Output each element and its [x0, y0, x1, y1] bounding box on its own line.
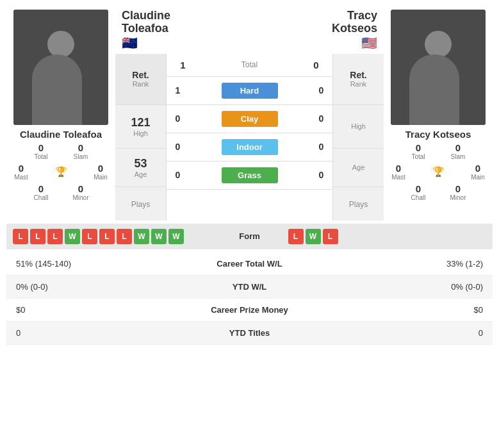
grass-surface-row: 0 Grass 0: [167, 162, 332, 190]
form-badge-left: W: [134, 229, 149, 244]
left-total-label: Total: [34, 153, 47, 160]
form-badge-left: W: [168, 229, 184, 244]
right-main-label: Main: [471, 174, 485, 181]
left-num-column: Ret. Rank 121 High 53 Age Pla: [115, 54, 167, 220]
stat-center-label: YTD Titles: [177, 321, 323, 344]
left-chall-label: Chall: [34, 194, 49, 201]
left-age-cell: 53 Age: [115, 149, 167, 187]
form-badge-right: L: [323, 229, 338, 244]
player-comparison-section: Claudine Toleafoa 0 Total 0 Slam 0 Mast …: [6, 6, 493, 220]
left-player-flag: 🇳🇿: [122, 35, 170, 51]
right-form-badges: LWL: [288, 229, 487, 244]
right-age-cell: Age: [332, 149, 384, 187]
player-names-row: Claudine Toleafoa 🇳🇿 Tracy Kotseos 🇺🇸: [115, 6, 384, 54]
form-section: LLLWLLLWWW Form LWL: [6, 224, 493, 249]
total-label: Total: [194, 60, 305, 69]
left-plays-cell: Plays: [115, 187, 167, 220]
right-chall-value: 0: [416, 183, 421, 194]
stats-table-row: 51% (145-140) Career Total W/L 33% (1-2): [6, 253, 493, 276]
right-rank-label: Rank: [350, 80, 367, 88]
left-player-card: Claudine Toleafoa 0 Total 0 Slam 0 Mast …: [6, 6, 115, 220]
form-badge-left: W: [151, 229, 167, 244]
total-right-value: 0: [305, 60, 327, 71]
left-total-value: 0: [38, 142, 44, 153]
right-mast-value: 0: [396, 163, 401, 174]
left-main-label: Main: [94, 174, 108, 181]
right-num-column: Ret. Rank High Age Plays: [332, 54, 384, 220]
left-player-name-header: Claudine Toleafoa: [122, 10, 170, 35]
left-age-label: Age: [135, 170, 147, 178]
right-rank-cell: Ret. Rank: [332, 54, 384, 105]
right-age-label: Age: [352, 163, 365, 171]
stat-left-value: $0: [6, 298, 177, 321]
stat-left-value: 0% (0-0): [6, 275, 177, 298]
clay-surface-row: 0 Clay 0: [167, 105, 332, 133]
left-minor-label: Minor: [72, 194, 88, 201]
form-badge-left: L: [13, 229, 28, 244]
right-player-card: Tracy Kotseos 0 Total 0 Slam 0 Mast 🏆: [384, 6, 493, 220]
form-badge-left: W: [65, 229, 80, 244]
left-high-label: High: [133, 129, 148, 137]
stat-center-label: YTD W/L: [177, 275, 323, 298]
stat-right-value: 0% (0-0): [322, 275, 493, 298]
indoor-right-value: 0: [310, 142, 332, 152]
indoor-label: Indoor: [222, 139, 278, 155]
hard-label: Hard: [222, 83, 278, 99]
left-plays-label: Plays: [131, 200, 150, 209]
left-slam-value: 0: [78, 142, 83, 153]
indoor-surface-button: Indoor: [189, 137, 310, 158]
clay-label: Clay: [222, 111, 278, 127]
right-chall-label: Chall: [411, 194, 426, 201]
left-mast-value: 0: [19, 163, 24, 174]
right-total-label: Total: [411, 153, 425, 160]
stat-right-value: $0: [322, 298, 493, 321]
left-slam-label: Slam: [74, 153, 88, 160]
stat-center-label: Career Total W/L: [177, 253, 323, 276]
right-main-value: 0: [475, 163, 480, 174]
form-badge-left: L: [82, 229, 97, 244]
grass-right-value: 0: [310, 170, 332, 180]
left-high-value: 121: [131, 116, 150, 129]
stat-left-value: 0: [6, 321, 177, 344]
left-player-avatar: [13, 10, 108, 125]
form-badge-right: W: [306, 229, 321, 244]
clay-left-value: 0: [167, 113, 189, 124]
left-main-value: 0: [98, 163, 103, 174]
right-minor-value: 0: [455, 183, 461, 194]
middle-column: Claudine Toleafoa 🇳🇿 Tracy Kotseos 🇺🇸: [115, 6, 384, 220]
stat-right-value: 33% (1-2): [322, 253, 493, 276]
indoor-surface-row: 0 Indoor 0: [167, 133, 332, 162]
total-row: 1 Total 0: [167, 54, 332, 77]
form-badge-left: L: [30, 229, 45, 244]
hard-surface-row: 1 Hard 0: [167, 77, 332, 105]
right-rank-value: Ret.: [350, 70, 366, 80]
right-minor-label: Minor: [450, 194, 466, 201]
form-label: Form: [211, 231, 288, 241]
right-slam-label: Slam: [451, 153, 466, 160]
clay-right-value: 0: [310, 113, 332, 124]
grass-surface-button: Grass: [189, 165, 310, 186]
left-rank-label: Rank: [133, 80, 149, 88]
left-rank-value: Ret.: [132, 70, 149, 80]
right-slam-value: 0: [455, 142, 461, 153]
right-player-header: Tracy Kotseos 🇺🇸: [332, 10, 377, 51]
left-age-value: 53: [134, 157, 147, 170]
left-high-cell: 121 High: [115, 105, 167, 149]
left-mast-label: Mast: [14, 174, 28, 181]
total-left-value: 1: [172, 60, 194, 71]
stats-table-row: 0 YTD Titles 0: [6, 321, 493, 344]
right-plays-cell: Plays: [332, 187, 384, 220]
right-mast-label: Mast: [391, 174, 405, 181]
right-player-name-header: Tracy Kotseos: [332, 10, 377, 35]
stat-left-value: 51% (145-140): [6, 253, 177, 276]
right-high-cell: High: [332, 105, 384, 149]
hard-surface-button: Hard: [189, 80, 310, 101]
indoor-left-value: 0: [167, 142, 189, 152]
stat-right-value: 0: [322, 321, 493, 344]
right-high-label: High: [351, 122, 366, 130]
stat-center-label: Career Prize Money: [177, 298, 323, 321]
grass-label: Grass: [222, 167, 278, 183]
form-badge-left: L: [99, 229, 115, 244]
stats-body: Ret. Rank 121 High 53 Age Pla: [115, 54, 384, 220]
grass-left-value: 0: [167, 170, 189, 180]
